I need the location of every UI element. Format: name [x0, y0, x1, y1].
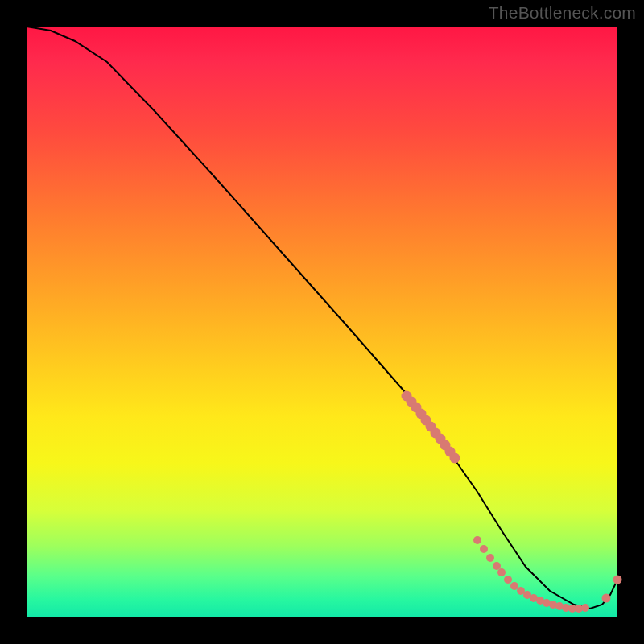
data-point	[581, 604, 589, 612]
data-point	[473, 536, 481, 544]
plot-area	[27, 27, 617, 617]
chart-container: TheBottleneck.com	[0, 0, 644, 644]
watermark: TheBottleneck.com	[489, 3, 636, 23]
scatter-tail	[602, 576, 622, 603]
data-point	[480, 545, 488, 553]
data-point	[602, 594, 611, 603]
data-point	[493, 562, 501, 570]
data-point	[504, 576, 512, 584]
chart-svg	[27, 27, 617, 617]
scatter-upper	[402, 391, 460, 464]
curve-path	[27, 27, 617, 609]
data-point	[450, 453, 460, 464]
scatter-lower	[473, 536, 589, 613]
data-point	[486, 554, 494, 562]
data-point	[497, 568, 506, 576]
data-point	[613, 576, 622, 584]
data-point	[510, 582, 518, 590]
